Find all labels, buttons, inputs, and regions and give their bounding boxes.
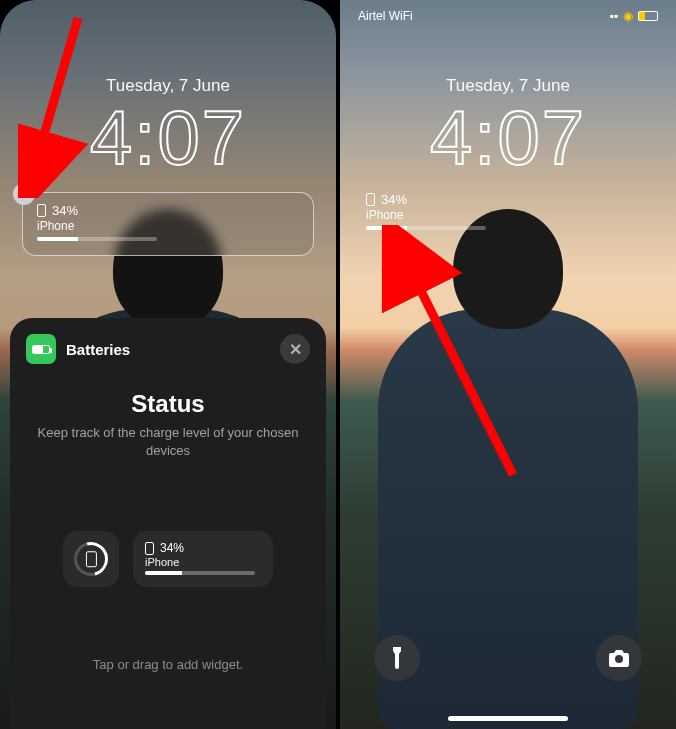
lockscreen-battery-widget-selected[interactable]: − 34% iPhone bbox=[22, 192, 314, 256]
widget-picker-sheet: Batteries ✕ Status Keep track of the cha… bbox=[10, 318, 326, 729]
widget-preview-ring[interactable] bbox=[63, 531, 119, 587]
lockscreen-battery-widget[interactable]: 34% iPhone bbox=[366, 192, 646, 230]
phone-lockscreen-edit: Tuesday, 7 June 4:07 − 34% iPhone Batter… bbox=[0, 0, 336, 729]
phone-icon bbox=[366, 193, 375, 206]
camera-button[interactable] bbox=[596, 635, 642, 681]
lockscreen-time: 4:07 bbox=[340, 100, 676, 176]
preview-bar bbox=[145, 571, 255, 575]
carrier-label: Airtel WiFi bbox=[358, 9, 413, 23]
preview-device: iPhone bbox=[145, 556, 179, 568]
widget-preview-bar[interactable]: 34% iPhone bbox=[133, 531, 273, 587]
battery-ring-icon bbox=[68, 536, 114, 582]
close-sheet-button[interactable]: ✕ bbox=[280, 334, 310, 364]
battery-percent: 34% bbox=[52, 203, 78, 218]
home-indicator[interactable] bbox=[448, 716, 568, 721]
wifi-icon: ◉ bbox=[623, 9, 633, 23]
flashlight-icon bbox=[388, 647, 406, 669]
battery-bar bbox=[366, 226, 486, 230]
signal-icon: ▪▪ bbox=[609, 9, 618, 23]
widget-description: Keep track of the charge level of your c… bbox=[26, 424, 310, 459]
phone-icon bbox=[145, 542, 154, 555]
phone-icon bbox=[37, 204, 46, 217]
battery-status-icon bbox=[638, 11, 658, 21]
phone-lockscreen-final: Airtel WiFi ▪▪ ◉ Tuesday, 7 June 4:07 34… bbox=[340, 0, 676, 729]
camera-icon bbox=[608, 649, 630, 667]
status-bar: Airtel WiFi ▪▪ ◉ bbox=[340, 6, 676, 26]
add-widget-hint: Tap or drag to add widget. bbox=[26, 657, 310, 672]
preview-percent: 34% bbox=[160, 541, 184, 555]
battery-percent: 34% bbox=[381, 192, 407, 207]
lockscreen-date: Tuesday, 7 June bbox=[0, 76, 336, 96]
lockscreen-time: 4:07 bbox=[0, 100, 336, 176]
flashlight-button[interactable] bbox=[374, 635, 420, 681]
battery-device: iPhone bbox=[366, 208, 646, 222]
lockscreen-quick-actions bbox=[340, 635, 676, 681]
remove-widget-button[interactable]: − bbox=[13, 183, 35, 205]
datetime-block: Tuesday, 7 June 4:07 bbox=[340, 76, 676, 176]
widget-app-name: Batteries bbox=[66, 341, 130, 358]
batteries-app-icon bbox=[26, 334, 56, 364]
datetime-block: Tuesday, 7 June 4:07 bbox=[0, 76, 336, 176]
battery-device: iPhone bbox=[37, 219, 299, 233]
battery-bar bbox=[37, 237, 157, 241]
widget-preview-row: 34% iPhone bbox=[26, 531, 310, 587]
lockscreen-date: Tuesday, 7 June bbox=[340, 76, 676, 96]
widget-title: Status bbox=[26, 390, 310, 418]
